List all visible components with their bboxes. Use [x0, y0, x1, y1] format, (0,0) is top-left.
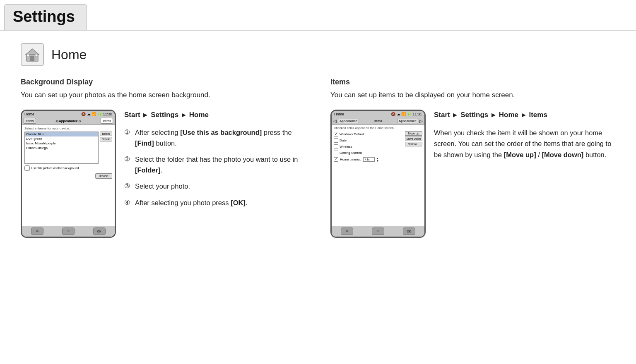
page-content: Home Background Display You can set up y…	[0, 31, 636, 258]
step-2-num: ②	[124, 154, 132, 165]
phone-items-content: Checked items appear on the Home screen.…	[332, 125, 424, 226]
background-display-body: You can set up your photos as the home s…	[21, 90, 306, 101]
timeout-label: Home timeout:	[340, 158, 361, 161]
home-svg-icon	[25, 47, 40, 62]
step-4: ④ After selecting you photo press [OK].	[124, 198, 306, 208]
items-check-windows-default[interactable]: ✓	[334, 132, 338, 136]
step-4-text: After selecting you photo press [OK].	[135, 198, 247, 208]
items-header-text: Checked items appear on the Home screen.	[334, 126, 422, 130]
step-1-text: After selecting [Use this as background]…	[135, 127, 306, 148]
phone-list-classic-blue[interactable]: Classic Blue	[25, 132, 98, 136]
phone-nav-items-label: Items	[360, 119, 396, 123]
phone-mockup-right: Home 🔕 ☁ 📶 🔋 11:31 ◁ Appearance Items Ap…	[330, 110, 426, 238]
timeout-input[interactable]	[363, 157, 375, 162]
phone-select-theme-label: Select a theme for your device:	[24, 127, 112, 130]
phone-start-button-right[interactable]: ⊞	[341, 228, 353, 235]
right-breadcrumb: Start ▶ Settings ▶ Home ▶ Items	[434, 110, 615, 120]
phone-tab-items[interactable]: Items	[24, 118, 36, 124]
phone-status-right-icons: 🔕 ☁ 📶 🔋 11:31	[391, 112, 422, 116]
timeout-row: ✓ Home timeout: ▲ ▼	[334, 157, 422, 162]
instructions-area: Start ▶ Settings ▶ Home ① After selectin…	[124, 110, 306, 214]
items-check-wireless[interactable]	[334, 144, 338, 149]
phone-delete-button[interactable]: Delete	[100, 137, 112, 141]
phone-ok-button[interactable]: OK	[93, 228, 106, 235]
phone-start-button[interactable]: ⊞	[31, 228, 43, 235]
phone-browse-button[interactable]: Browse	[95, 173, 112, 179]
phone-nav-left: Items ◁ Appearance ▷ Items	[22, 117, 115, 125]
items-row-wireless: Wireless	[334, 144, 403, 150]
step-2-text: Select the folder that has the photo you…	[135, 154, 306, 175]
phone-status-right-label: Home	[334, 112, 344, 116]
phone-status-left-label: Home	[24, 112, 34, 116]
svg-rect-4	[35, 54, 38, 57]
nav-right-arrow: ▷	[419, 119, 423, 123]
items-row-windows-default: ✓ Windows Default	[334, 131, 403, 137]
items-label-date: Date	[340, 139, 347, 142]
phone-list-isaac[interactable]: Isaac Mizrahi purple	[25, 141, 98, 146]
svg-rect-2	[30, 56, 34, 61]
phone-menu-button[interactable]: ☰	[62, 228, 75, 235]
phone-ok-button-right[interactable]: OK	[403, 228, 415, 235]
phone-bottom-bar-right: ⊞ ☰ OK	[332, 226, 424, 237]
items-side-buttons: Move Up Move Down Options...	[405, 131, 422, 156]
phone-list-pidion[interactable]: PidionSkinVga	[25, 146, 98, 150]
move-down-button[interactable]: Move Down	[405, 136, 422, 141]
section-heading: Home	[21, 43, 615, 66]
step-3: ③ Select your photo.	[124, 181, 306, 192]
items-check-date[interactable]	[334, 138, 338, 143]
phone-status-right: Home 🔕 ☁ 📶 🔋 11:31	[332, 111, 424, 117]
section-title: Home	[51, 47, 87, 62]
nav-left-arrow: ◁	[333, 119, 337, 123]
instructions-list: ① After selecting [Use this as backgroun…	[124, 127, 306, 208]
items-label-windows-default: Windows Default	[340, 132, 364, 136]
settings-tab[interactable]: Settings	[4, 4, 87, 30]
phone-status-left: Home 🔕 ☁ 📶 🔋 11:30	[22, 111, 115, 117]
phone-use-bg-label: Use this picture as the background	[31, 166, 79, 170]
phone-use-bg-row: Use this picture as the background	[24, 165, 112, 171]
phone-menu-button-right[interactable]: ☰	[372, 228, 384, 235]
right-column: Items You can set up items to be display…	[330, 78, 615, 245]
timeout-spinner[interactable]: ▲ ▼	[376, 157, 379, 162]
step-1-num: ①	[124, 127, 132, 138]
phone-content-left: Select a theme for your device: Classic …	[22, 125, 115, 226]
items-description: When you check the item it will be shown…	[434, 127, 615, 160]
phone-bottom-bar-left: ⊞ ☰ OK	[22, 226, 115, 237]
phone-mockup-left: Home 🔕 ☁ 📶 🔋 11:30 Items ◁ Appearance ▷ …	[21, 110, 116, 238]
phone-nav-appearance[interactable]: Appearance	[338, 119, 359, 123]
items-label-getting-started: Getting Started	[340, 151, 362, 155]
phone-screen-right: Home 🔕 ☁ 📶 🔋 11:31 ◁ Appearance Items Ap…	[332, 111, 424, 237]
items-row-getting-started: Getting Started	[334, 150, 403, 156]
phone-nav-appearance2[interactable]: Appearance	[397, 119, 418, 123]
items-title: Items	[330, 78, 615, 86]
move-up-button[interactable]: Move Up	[405, 131, 422, 136]
phone-status-left-icons: 🔕 ☁ 📶 🔋 11:30	[81, 112, 112, 116]
home-icon	[21, 43, 44, 66]
step-2: ② Select the folder that has the photo y…	[124, 154, 306, 175]
phone-beam-button[interactable]: Beam	[100, 132, 112, 136]
svg-rect-3	[27, 54, 29, 57]
timeout-checkbox[interactable]: ✓	[334, 157, 338, 162]
phone-use-bg-checkbox[interactable]	[24, 165, 30, 171]
step-3-text: Select your photo.	[135, 181, 190, 192]
items-row-date: Date	[334, 137, 403, 144]
step-4-num: ④	[124, 198, 132, 208]
phone-list-dvf-green[interactable]: DVF green	[25, 136, 98, 141]
two-column-layout: Background Display You can set up your p…	[21, 78, 615, 245]
items-label-wireless: Wireless	[340, 145, 352, 148]
items-body: You can set up items to be displayed on …	[330, 90, 615, 101]
options-button[interactable]: Options...	[405, 142, 422, 146]
left-breadcrumb: Start ▶ Settings ▶ Home	[124, 110, 306, 120]
settings-title: Settings	[13, 8, 75, 26]
items-check-getting-started[interactable]	[334, 151, 338, 155]
background-display-title: Background Display	[21, 78, 306, 86]
right-text-area: Start ▶ Settings ▶ Home ▶ Items When you…	[434, 110, 615, 160]
phone-nav-right: ◁ Appearance Items Appearance ▷	[332, 117, 424, 125]
phone-screen-left: Home 🔕 ☁ 📶 🔋 11:30 Items ◁ Appearance ▷ …	[22, 111, 115, 237]
step-1: ① After selecting [Use this as backgroun…	[124, 127, 306, 148]
header-tab-area: Settings	[0, 0, 636, 31]
phone-tab-appearance-label: ◁ Appearance ▷	[38, 119, 99, 123]
step-3-num: ③	[124, 181, 132, 192]
left-column: Background Display You can set up your p…	[21, 78, 306, 245]
phone-tab-items2[interactable]: Items	[101, 118, 113, 124]
svg-marker-1	[26, 49, 39, 55]
